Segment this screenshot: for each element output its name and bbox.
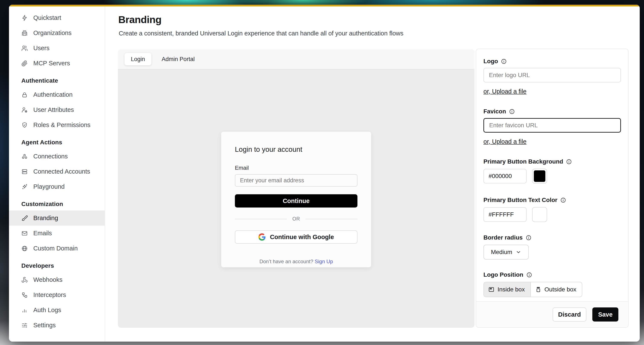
sidebar-item-label: Branding (33, 214, 58, 222)
mail-icon (21, 230, 28, 236)
login-heading: Login to your account (235, 146, 358, 154)
sidebar-item-label: Quickstart (33, 14, 61, 21)
sidebar-item-label: MCP Servers (33, 60, 70, 67)
preview-tab-bar: Login Admin Portal (118, 49, 474, 70)
sliders-icon (21, 322, 28, 328)
sidebar-item-label: Emails (33, 230, 52, 237)
paintbrush-icon (21, 215, 28, 222)
sidebar-item-label: Users (33, 44, 50, 52)
or-divider-label: OR (292, 216, 300, 222)
chevron-down-icon (516, 249, 521, 255)
inside-box-icon (488, 286, 494, 293)
sidebar-item-mcp-servers[interactable]: MCP Servers (9, 56, 105, 71)
sidebar-item-auth-logs[interactable]: Auth Logs (9, 302, 105, 318)
branding-settings-card: Logo or, Upload a file Favicon or, Uploa… (476, 49, 629, 328)
sidebar-item-webhooks[interactable]: Webhooks (9, 272, 105, 287)
branding-preview-panel: Login Admin Portal Login to your account… (118, 49, 474, 328)
email-input[interactable] (235, 174, 358, 186)
accent-top-bar (9, 5, 640, 6)
server-icon (21, 168, 28, 175)
continue-button[interactable]: Continue (235, 194, 358, 208)
page-subtitle: Create a consistent, branded Universal L… (119, 30, 403, 37)
signup-prompt: Don’t have an account? (260, 258, 313, 264)
shield-check-icon (21, 122, 28, 128)
info-icon[interactable] (566, 159, 572, 164)
lock-icon (21, 92, 28, 98)
primary-button-background-hex-input[interactable] (484, 169, 526, 184)
info-icon[interactable] (509, 109, 515, 114)
zap-icon (21, 15, 28, 21)
bar-chart-icon (21, 307, 28, 314)
color-swatch (534, 209, 545, 220)
favicon-upload-link[interactable]: or, Upload a file (484, 138, 526, 145)
sidebar-item-label: Interceptors (33, 292, 66, 298)
sidebar-section-agent-actions: Agent Actions (9, 136, 105, 149)
sidebar-item-label: Connections (33, 153, 68, 160)
sidebar-section-authenticate: Authenticate (9, 74, 105, 87)
sidebar-item-custom-domain[interactable]: Custom Domain (9, 241, 105, 256)
favicon-url-input[interactable] (484, 118, 621, 132)
sidebar-item-label: Roles & Permissions (33, 122, 90, 128)
logo-position-segmented-control: Inside box Outside box (484, 282, 582, 297)
primary-button-background-label: Primary Button Background (484, 158, 621, 165)
primary-button-text-color-label: Primary Button Text Color (484, 196, 621, 204)
user-gear-icon (21, 107, 28, 113)
signup-link[interactable]: Sign Up (315, 258, 333, 264)
google-button-label: Continue with Google (270, 234, 334, 240)
sidebar-item-authentication[interactable]: Authentication (9, 87, 105, 102)
outside-box-icon (535, 286, 542, 293)
sidebar-item-label: Custom Domain (33, 245, 78, 252)
sidebar-item-label: User Attributes (33, 106, 74, 113)
sidebar: Quickstart Organizations Users MCP Serve… (9, 6, 105, 342)
sidebar-item-user-attributes[interactable]: User Attributes (9, 102, 105, 118)
sidebar-item-connections[interactable]: Connections (9, 149, 105, 164)
nodes-icon (21, 292, 28, 298)
sidebar-item-interceptors[interactable]: Interceptors (9, 287, 105, 302)
sidebar-item-branding[interactable]: Branding (9, 210, 105, 226)
primary-button-text-color-swatch[interactable] (532, 207, 547, 222)
sidebar-item-organizations[interactable]: Organizations (9, 26, 105, 40)
sidebar-item-label: Auth Logs (33, 306, 61, 314)
favicon-field-label: Favicon (484, 108, 621, 115)
discard-button[interactable]: Discard (552, 308, 586, 322)
continue-with-google-button[interactable]: Continue with Google (235, 230, 358, 244)
sidebar-item-label: Playground (33, 183, 65, 190)
sidebar-item-emails[interactable]: Emails (9, 226, 105, 241)
tab-login[interactable]: Login (124, 53, 152, 65)
logo-url-input[interactable] (484, 68, 621, 82)
building-icon (21, 30, 28, 36)
primary-button-text-color-row (484, 207, 621, 222)
primary-button-background-swatch[interactable] (532, 169, 547, 184)
sidebar-item-label: Organizations (33, 30, 72, 36)
or-divider: OR (235, 216, 358, 222)
sidebar-item-connected-accounts[interactable]: Connected Accounts (9, 164, 105, 179)
color-swatch (534, 170, 545, 182)
save-button[interactable]: Save (592, 308, 618, 322)
primary-button-background-row (484, 169, 621, 184)
app-window: Quickstart Organizations Users MCP Serve… (9, 5, 640, 342)
border-radius-select[interactable]: Medium (484, 245, 529, 260)
info-icon[interactable] (501, 58, 507, 64)
sidebar-item-roles-permissions[interactable]: Roles & Permissions (9, 118, 105, 132)
logo-upload-link[interactable]: or, Upload a file (484, 88, 526, 95)
info-icon[interactable] (526, 272, 532, 278)
info-icon[interactable] (526, 235, 532, 240)
signup-row: Don’t have an account? Sign Up (235, 258, 358, 264)
sidebar-item-settings[interactable]: Settings (9, 318, 105, 333)
sidebar-item-users[interactable]: Users (9, 40, 105, 56)
logo-position-label: Logo Position (484, 271, 621, 278)
logo-position-inside-box[interactable]: Inside box (484, 282, 530, 297)
login-preview-card: Login to your account Email Continue OR … (221, 132, 371, 267)
sidebar-item-label: Webhooks (33, 276, 62, 283)
logo-field-label: Logo (484, 58, 621, 65)
users-icon (21, 45, 28, 52)
paperclip-icon (21, 60, 28, 66)
primary-button-text-color-hex-input[interactable] (484, 207, 526, 222)
page-title: Branding (118, 14, 162, 26)
sidebar-item-playground[interactable]: Playground (9, 179, 105, 194)
sidebar-section-developers: Developers (9, 260, 105, 272)
info-icon[interactable] (560, 197, 566, 203)
logo-position-outside-box[interactable]: Outside box (530, 282, 582, 297)
tab-admin-portal[interactable]: Admin Portal (155, 53, 201, 65)
sidebar-item-quickstart[interactable]: Quickstart (9, 10, 105, 26)
